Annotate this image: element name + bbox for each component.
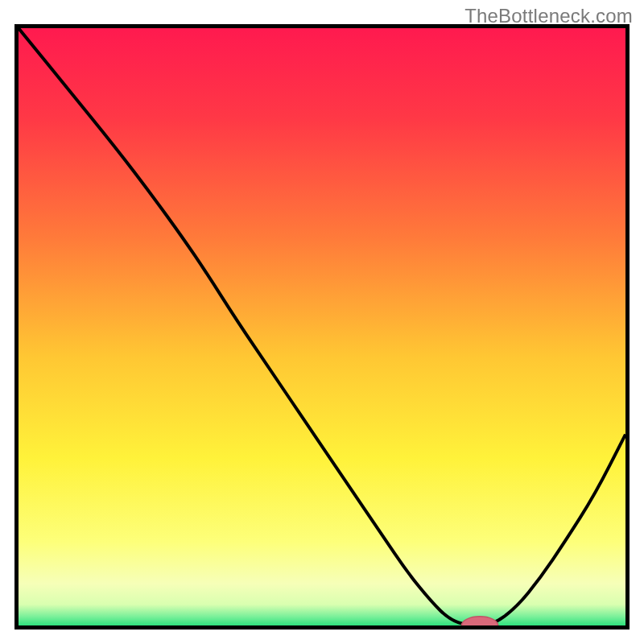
chart-container: TheBottleneck.com — [0, 0, 644, 644]
plot-background — [19, 28, 625, 625]
plot-svg — [19, 28, 625, 625]
watermark-text: TheBottleneck.com — [464, 5, 633, 27]
plot-frame — [14, 24, 630, 630]
